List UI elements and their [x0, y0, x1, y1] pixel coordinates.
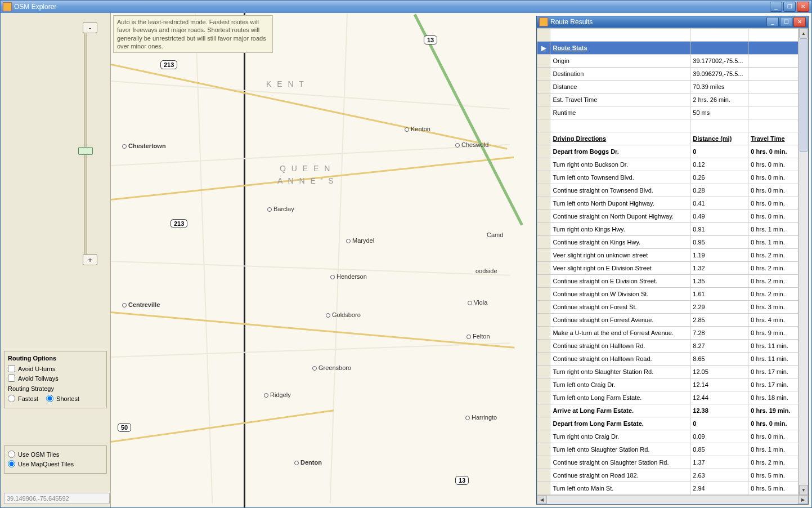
- avoid-tollways-checkbox[interactable]: Avoid Tollways: [8, 373, 103, 383]
- app-window: OSM Explorer _ ❐ ✕ - + Routing Options A…: [0, 0, 812, 508]
- county-label: Q U E E N: [280, 164, 331, 173]
- routing-options-title: Routing Options: [8, 353, 103, 364]
- app-title: OSM Explorer: [14, 3, 56, 11]
- left-panel: - + Routing Options Avoid U-turns Avoid …: [1, 13, 111, 507]
- route-shield: 213: [160, 60, 177, 69]
- route-shield: 13: [455, 476, 469, 485]
- town-label: Denton: [294, 459, 322, 466]
- route-results-grid[interactable]: ▶Route StatsOrigin39.177002,-75.5...Dest…: [537, 28, 798, 495]
- route-minimize-button[interactable]: _: [766, 17, 779, 27]
- town-label: Camd: [487, 231, 503, 238]
- tiles-mapquest-radio[interactable]: Use MapQuest Tiles: [8, 459, 103, 469]
- town-label: Felton: [466, 333, 490, 340]
- route-horizontal-scrollbar[interactable]: ◀ ▶: [537, 495, 808, 504]
- scroll-right-icon[interactable]: ▶: [798, 496, 808, 504]
- town-label: Barclay: [267, 206, 294, 212]
- town-label: Chestertown: [122, 142, 166, 149]
- routing-strategy-label: Routing Strategy: [8, 383, 103, 392]
- close-button[interactable]: ✕: [797, 2, 809, 12]
- town-label: Henderson: [330, 273, 367, 280]
- strategy-fastest-radio[interactable]: Fastest: [8, 394, 38, 403]
- routing-options-group: Routing Options Avoid U-turns Avoid Toll…: [4, 351, 107, 408]
- town-label: Viola: [468, 299, 487, 306]
- route-results-icon: [539, 17, 548, 26]
- scroll-left-icon[interactable]: ◀: [537, 496, 547, 504]
- route-results-window: Route Results _ ☐ ✕ ▶Route StatsOrigin39…: [536, 16, 809, 505]
- town-label: oodside: [475, 268, 497, 274]
- coordinate-readout: 39.149906,-75.645592: [4, 493, 110, 504]
- town-label: Greensboro: [312, 364, 351, 371]
- tile-source-group: Use OSM Tiles Use MapQuest Tiles: [4, 445, 107, 474]
- route-vertical-scrollbar[interactable]: ▲ ▼: [798, 28, 808, 495]
- town-label: Cheswold: [455, 141, 488, 148]
- town-label: Marydel: [346, 237, 374, 244]
- route-maximize-button[interactable]: ☐: [780, 17, 792, 27]
- town-label: Kenton: [405, 126, 430, 132]
- county-label: K E N T: [266, 79, 306, 88]
- scroll-up-icon[interactable]: ▲: [799, 28, 808, 38]
- zoom-in-button[interactable]: +: [83, 254, 97, 265]
- town-label: Goldsboro: [326, 311, 361, 318]
- route-results-title: Route Results: [550, 18, 593, 26]
- avoid-uturns-checkbox[interactable]: Avoid U-turns: [8, 364, 103, 373]
- town-label: Harringto: [465, 414, 497, 421]
- app-icon: [3, 2, 12, 11]
- zoom-slider-thumb[interactable]: [78, 147, 93, 155]
- strategy-shortest-radio[interactable]: Shortest: [46, 394, 79, 403]
- zoom-slider-track[interactable]: [84, 33, 87, 259]
- route-close-button[interactable]: ✕: [793, 17, 806, 27]
- restore-button[interactable]: ❐: [783, 2, 796, 12]
- zoom-out-button[interactable]: -: [83, 22, 97, 33]
- route-shield: 50: [118, 423, 131, 432]
- route-shield: 213: [171, 219, 187, 228]
- app-titlebar[interactable]: OSM Explorer _ ❐ ✕: [1, 1, 811, 13]
- town-label: Centreville: [122, 301, 160, 308]
- scroll-down-icon[interactable]: ▼: [799, 485, 808, 495]
- route-results-titlebar[interactable]: Route Results _ ☐ ✕: [537, 16, 808, 28]
- mode-tooltip: Auto is the least-restricted mode. Faste…: [113, 15, 273, 53]
- scroll-thumb[interactable]: [800, 38, 807, 152]
- county-label: A N N E ' S: [277, 176, 335, 185]
- minimize-button[interactable]: _: [770, 2, 782, 12]
- town-label: Ridgely: [264, 391, 291, 398]
- client-area: - + Routing Options Avoid U-turns Avoid …: [1, 13, 811, 507]
- tiles-osm-radio[interactable]: Use OSM Tiles: [8, 447, 103, 459]
- route-shield: 13: [424, 35, 437, 44]
